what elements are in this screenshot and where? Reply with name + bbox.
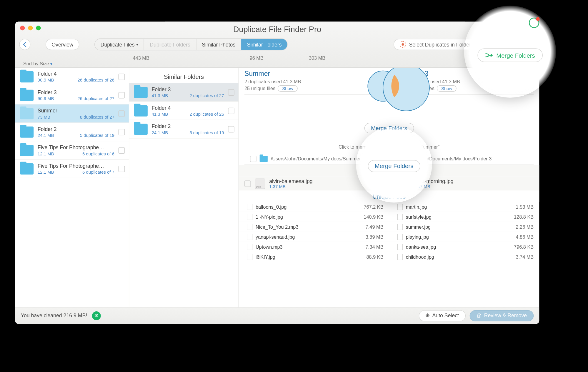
detail-panel: Summer 2 duplicates used 41.3 MB 25 uniq… — [239, 68, 539, 324]
unique-file-left[interactable]: Nice_To_You 2.mp37.49 MB — [239, 222, 389, 232]
merge-hint: Click to merge folders "Folder 3" and "S… — [244, 144, 534, 150]
checkbox[interactable] — [119, 147, 125, 154]
item-name: Folder 4 — [151, 105, 224, 111]
tab-duplicate-folders[interactable]: Duplicate Folders — [144, 39, 196, 50]
file-name: alvin-morning.jpg — [414, 178, 454, 184]
left-dup-info: 2 duplicates used 41.3 MB — [244, 79, 375, 84]
checkbox[interactable] — [228, 107, 234, 114]
file-icon — [247, 254, 252, 260]
merge-folders-inner-button[interactable]: Merge Folders — [364, 123, 414, 133]
table-row: 1 -NY-pic.jpg140.9 KB surfstyle.jpg128.8… — [239, 212, 539, 222]
status-message: You have cleaned 216.9 MB! — [21, 313, 87, 318]
folder-icon — [20, 145, 34, 156]
item-name: Folder 3 — [38, 89, 114, 95]
file-icon — [247, 234, 252, 240]
tab-duplicate-files[interactable]: Duplicate Files▾ — [95, 39, 144, 50]
table-row: Nice_To_You 2.mp37.49 MB summer.jpg2.26 … — [239, 222, 539, 232]
item-size: 90.9 MB — [38, 96, 54, 101]
left-show-button[interactable]: Show — [278, 85, 297, 92]
checkbox[interactable] — [119, 74, 125, 80]
list-item[interactable]: Folder 4 41.3 MB2 duplicates of 26 — [129, 102, 238, 120]
folder-icon — [260, 156, 268, 162]
unique-file-left[interactable]: Uptown.mp37.34 MB — [239, 242, 389, 252]
item-name: Folder 2 — [38, 126, 114, 132]
list-item[interactable]: Five Tips For Photographe… 12.1 MB6 dupl… — [15, 141, 129, 160]
item-dups: 26 duplicates of 26 — [77, 78, 114, 82]
select-duplicates-button[interactable]: Select Duplicates in Folder — [394, 39, 477, 50]
item-size: 90.9 MB — [38, 78, 54, 82]
checkbox[interactable] — [119, 165, 125, 172]
folder-icon — [20, 71, 34, 82]
list-item[interactable]: Folder 4 90.9 MB26 duplicates of 26 — [15, 68, 129, 86]
unique-file-left[interactable]: 1 -NY-pic.jpg140.9 KB — [239, 212, 389, 222]
table-row: balloons_0.jpg767.2 KB martin.jpg1.53 MB — [239, 202, 539, 212]
tab-similar-folders[interactable]: Similar Folders — [241, 39, 287, 50]
item-dups: 6 duplicates of 6 — [82, 151, 114, 156]
unique-file-left[interactable]: yanapi-senaud.jpg3.89 MB — [239, 232, 389, 242]
sort-dropdown[interactable]: Sort by Size ▾ — [23, 61, 52, 67]
checkbox[interactable] — [228, 126, 234, 132]
checkbox[interactable] — [119, 129, 125, 135]
checkbox[interactable] — [119, 92, 125, 98]
back-button[interactable] — [19, 39, 30, 50]
auto-select-button[interactable]: ✳Auto Select — [419, 310, 466, 321]
unique-file-left[interactable]: i6iKIY.jpg88.9 KB — [239, 252, 389, 262]
svg-point-3 — [383, 68, 429, 111]
merge-folders-button[interactable]: Merge Folders — [480, 39, 535, 50]
item-dups: 2 duplicates of 26 — [189, 112, 224, 116]
unique-file-right[interactable]: childhood.jpg3.74 MB — [389, 252, 539, 262]
tab-group: Duplicate Files▾ Duplicate Folders Simil… — [94, 39, 288, 51]
list-item[interactable]: Summer 73 MB8 duplicates of 27 — [15, 104, 129, 123]
item-size: 24.1 MB — [151, 130, 168, 135]
list-item[interactable]: Folder 3 90.9 MB26 duplicates of 27 — [15, 86, 129, 104]
folder-icon — [20, 89, 34, 101]
file-icon — [397, 234, 403, 240]
unique-file-right[interactable]: playing.jpg4.86 MB — [389, 232, 539, 242]
list-item[interactable]: Five Tips For Photographe… 12.1 MB6 dupl… — [15, 160, 129, 178]
list-item[interactable]: Folder 2 24.1 MB5 duplicates of 19 — [15, 123, 129, 142]
item-size: 12.1 MB — [38, 151, 54, 156]
size-similar-photos: 96 MB — [250, 55, 264, 61]
folder-icon — [134, 124, 148, 135]
item-size: 41.3 MB — [151, 93, 168, 98]
overview-button[interactable]: Overview — [46, 39, 79, 50]
list-item[interactable]: Folder 2 24.1 MB5 duplicates of 19 — [129, 120, 238, 139]
checkbox[interactable] — [244, 180, 251, 187]
unique-file-right[interactable]: danka-sea.jpg796.8 KB — [389, 242, 539, 252]
tab-label: Duplicate Files — [101, 41, 135, 47]
table-row: i6iKIY.jpg88.9 KB childhood.jpg3.74 MB — [239, 252, 539, 262]
size-duplicate-files: 443 MB — [133, 55, 149, 61]
checkbox[interactable] — [250, 156, 256, 162]
file-icon — [397, 214, 403, 220]
item-name: Five Tips For Photographe… — [38, 145, 114, 150]
checkbox[interactable] — [228, 89, 234, 96]
unique-file-left[interactable]: balloons_0.jpg767.2 KB — [239, 202, 389, 212]
file-icon — [247, 224, 252, 230]
review-remove-button[interactable]: 🗑Review & Remove — [470, 310, 534, 321]
checkbox[interactable] — [119, 110, 125, 117]
file-size: 1.37 MB — [414, 184, 454, 189]
unique-file-right[interactable]: surfstyle.jpg128.8 KB — [389, 212, 539, 222]
right-show-button[interactable]: Show — [437, 85, 457, 92]
unique-file-right[interactable]: summer.jpg2.26 MB — [389, 222, 539, 232]
unique-file-right[interactable]: martin.jpg1.53 MB — [389, 202, 539, 212]
folder-icon — [391, 156, 399, 162]
item-name: Folder 3 — [151, 87, 224, 92]
maximize-icon[interactable] — [36, 26, 41, 30]
checkbox[interactable] — [389, 180, 396, 187]
close-icon[interactable] — [20, 26, 25, 30]
minimize-icon[interactable] — [28, 26, 33, 30]
item-dups: 26 duplicates of 27 — [77, 96, 114, 101]
image-thumb-icon — [399, 178, 410, 189]
file-icon — [397, 254, 403, 260]
mail-icon[interactable]: ✉ — [92, 311, 101, 320]
item-size: 41.3 MB — [151, 112, 168, 116]
item-name: Summer — [38, 108, 114, 114]
footer: You have cleaned 216.9 MB! ✉ ✳Auto Selec… — [15, 307, 539, 324]
file-name: alvin-balemesa.jpg — [269, 178, 312, 184]
list-item[interactable]: Folder 3 41.3 MB2 duplicates of 27 — [129, 83, 238, 102]
tab-similar-photos[interactable]: Similar Photos — [196, 39, 241, 50]
target-icon — [399, 41, 406, 48]
section-unique-files: Unique Files — [239, 190, 539, 202]
item-size: 73 MB — [38, 114, 50, 119]
